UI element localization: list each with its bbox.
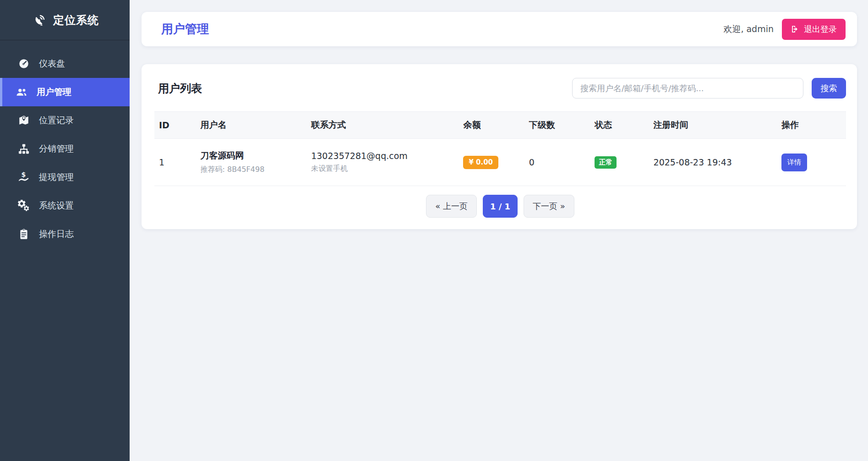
sidebar: 定位系统 仪表盘 用户管理 位置记录 分销管理 提现管理 — [0, 0, 130, 461]
balance-badge: ¥ 0.00 — [463, 156, 498, 169]
search-button[interactable]: 搜索 — [812, 78, 846, 99]
column-status: 状态 — [590, 112, 649, 139]
table-header-row: ID 用户名 联系方式 余额 下级数 状态 注册时间 操作 — [154, 112, 846, 139]
column-registered: 注册时间 — [649, 112, 777, 139]
column-id: ID — [154, 112, 196, 139]
sidebar-item-withdrawal[interactable]: 提现管理 — [0, 163, 130, 192]
cell-subordinates: 0 — [524, 139, 590, 186]
page-header: 用户管理 欢迎, admin 退出登录 — [142, 12, 857, 46]
cell-actions: 详情 — [777, 139, 846, 186]
cell-status: 正常 — [590, 139, 649, 186]
page-title: 用户管理 — [161, 21, 209, 37]
main-content: 用户管理 欢迎, admin 退出登录 用户列表 搜索 — [130, 0, 868, 461]
logout-label: 退出登录 — [804, 24, 837, 35]
table-row: 1 刀客源码网 推荐码: 8B45F498 1302357281@qq.com … — [154, 139, 846, 186]
referral-code: 推荐码: 8B45F498 — [201, 165, 302, 175]
cell-contact: 1302357281@qq.com 未设置手机 — [306, 139, 459, 186]
detail-button[interactable]: 详情 — [781, 154, 807, 171]
welcome-text: 欢迎, admin — [723, 23, 774, 35]
cell-balance: ¥ 0.00 — [459, 139, 524, 186]
app-logo: 定位系统 — [0, 0, 130, 40]
column-subordinates: 下级数 — [524, 112, 590, 139]
clipboard-icon — [18, 228, 30, 240]
prev-page-button[interactable]: « 上一页 — [426, 195, 477, 218]
sidebar-item-dashboard[interactable]: 仪表盘 — [0, 49, 130, 78]
column-username: 用户名 — [196, 112, 307, 139]
sidebar-item-label: 用户管理 — [37, 86, 71, 98]
cell-id: 1 — [154, 139, 196, 186]
next-page-button[interactable]: 下一页 » — [524, 195, 574, 218]
search-input[interactable] — [572, 78, 803, 99]
sidebar-item-user-management[interactable]: 用户管理 — [0, 78, 130, 106]
map-marker-icon — [18, 115, 30, 126]
sidebar-item-label: 系统设置 — [39, 200, 74, 212]
column-balance: 余额 — [459, 112, 524, 139]
user-table: ID 用户名 联系方式 余额 下级数 状态 注册时间 操作 1 刀客源码网 — [154, 111, 846, 186]
pagination: « 上一页 1 / 1 下一页 » — [154, 195, 846, 218]
hand-dollar-icon — [18, 171, 30, 183]
cell-username: 刀客源码网 推荐码: 8B45F498 — [196, 139, 307, 186]
column-contact: 联系方式 — [306, 112, 459, 139]
current-page-indicator: 1 / 1 — [483, 195, 518, 218]
sidebar-item-system-settings[interactable]: 系统设置 — [0, 192, 130, 220]
users-icon — [16, 86, 27, 98]
header-right: 欢迎, admin 退出登录 — [723, 19, 846, 40]
card-head: 用户列表 搜索 — [154, 64, 846, 111]
sidebar-nav: 仪表盘 用户管理 位置记录 分销管理 提现管理 系统设置 — [0, 40, 130, 248]
sidebar-item-label: 位置记录 — [39, 115, 74, 126]
sitemap-icon — [18, 143, 30, 155]
sidebar-item-location-records[interactable]: 位置记录 — [0, 106, 130, 135]
app-root: 定位系统 仪表盘 用户管理 位置记录 分销管理 提现管理 — [0, 0, 868, 461]
list-title: 用户列表 — [158, 81, 202, 96]
sidebar-item-operation-logs[interactable]: 操作日志 — [0, 220, 130, 248]
sidebar-item-label: 仪表盘 — [39, 58, 65, 70]
app-title: 定位系统 — [53, 13, 99, 27]
column-actions: 操作 — [777, 112, 846, 139]
sidebar-item-label: 提现管理 — [39, 171, 74, 183]
sidebar-item-label: 操作日志 — [39, 228, 74, 240]
satellite-dish-icon — [33, 14, 46, 27]
cogs-icon — [18, 200, 30, 212]
username: 刀客源码网 — [201, 150, 302, 162]
logout-button[interactable]: 退出登录 — [782, 19, 846, 40]
status-badge: 正常 — [595, 156, 617, 169]
phone-status: 未设置手机 — [311, 164, 454, 174]
gauge-icon — [18, 58, 30, 70]
sidebar-item-distribution[interactable]: 分销管理 — [0, 135, 130, 163]
sidebar-item-label: 分销管理 — [39, 143, 74, 155]
search-area: 搜索 — [572, 78, 846, 99]
user-list-card: 用户列表 搜索 ID 用户名 联系方式 余额 — [142, 64, 857, 229]
cell-registered-time: 2025-08-23 19:43 — [649, 139, 777, 186]
sign-out-icon — [791, 25, 799, 33]
email: 1302357281@qq.com — [311, 151, 454, 161]
